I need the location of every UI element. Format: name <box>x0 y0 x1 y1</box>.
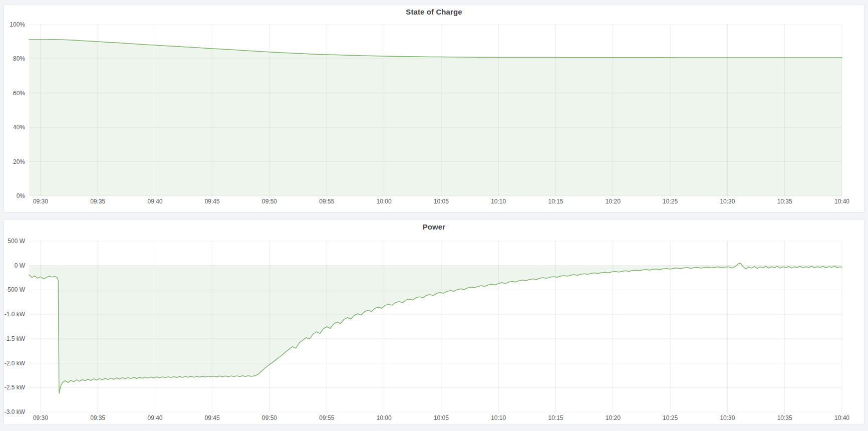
x-tick-label: 10:20 <box>606 414 621 421</box>
x-tick-label: 09:50 <box>262 198 277 205</box>
x-tick-label: 10:10 <box>491 414 506 421</box>
y-tick-label: 40% <box>13 124 25 131</box>
y-tick-label: 100% <box>10 21 25 28</box>
y-tick-label: 80% <box>13 55 25 62</box>
x-tick-label: 10:20 <box>606 198 621 205</box>
x-tick-label: 10:40 <box>834 198 849 205</box>
x-tick-label: 09:50 <box>262 414 277 421</box>
y-tick-label: 0% <box>17 192 26 199</box>
x-tick-label: 09:45 <box>205 198 220 205</box>
power-chart[interactable]: 500 W0 W-500 W-1.0 kW-1.5 kW-2.0 kW-2.5 … <box>4 233 861 424</box>
y-tick-label: -1.5 kW <box>5 335 26 342</box>
y-tick-label: -3.0 kW <box>5 408 26 415</box>
series-area <box>29 40 842 196</box>
x-tick-label: 10:05 <box>434 414 449 421</box>
x-tick-label: 09:40 <box>147 198 162 205</box>
x-tick-label: 09:35 <box>90 414 105 421</box>
x-tick-label: 10:35 <box>777 198 792 205</box>
y-tick-label: -500 W <box>6 286 25 293</box>
x-tick-label: 10:25 <box>663 198 678 205</box>
dashboard: State of Charge 100%80%60%40%20%0%09:300… <box>0 0 868 425</box>
series-area <box>29 263 842 393</box>
x-tick-label: 09:35 <box>90 198 105 205</box>
x-tick-label: 10:15 <box>548 414 563 421</box>
panel-state-of-charge: State of Charge 100%80%60%40%20%0%09:300… <box>4 4 864 212</box>
y-tick-label: 0 W <box>15 262 26 269</box>
x-tick-label: 10:00 <box>377 414 392 421</box>
x-tick-label: 10:30 <box>720 414 735 421</box>
panel-title-power[interactable]: Power <box>4 220 864 233</box>
x-tick-label: 10:30 <box>720 198 735 205</box>
panel-power: Power 500 W0 W-500 W-1.0 kW-1.5 kW-2.0 k… <box>4 219 864 425</box>
y-tick-label: 500 W <box>8 238 25 245</box>
y-tick-label: -2.0 kW <box>5 360 26 367</box>
x-tick-label: 09:45 <box>205 414 220 421</box>
x-tick-label: 09:55 <box>319 198 334 205</box>
x-tick-label: 09:40 <box>147 414 162 421</box>
panel-title-state-of-charge[interactable]: State of Charge <box>4 5 864 18</box>
y-tick-label: 20% <box>13 158 25 165</box>
x-tick-label: 09:30 <box>33 414 48 421</box>
x-tick-label: 10:00 <box>377 198 392 205</box>
y-tick-label: 60% <box>13 90 25 97</box>
state-of-charge-chart[interactable]: 100%80%60%40%20%0%09:3009:3509:4009:4509… <box>4 18 861 208</box>
x-tick-label: 10:35 <box>777 414 792 421</box>
x-tick-label: 09:30 <box>33 198 48 205</box>
x-tick-label: 10:15 <box>548 198 563 205</box>
x-tick-label: 10:40 <box>834 414 849 421</box>
y-tick-label: -2.5 kW <box>5 384 26 391</box>
x-tick-label: 10:05 <box>434 198 449 205</box>
x-tick-label: 10:10 <box>491 198 506 205</box>
y-tick-label: -1.0 kW <box>5 311 26 318</box>
x-tick-label: 09:55 <box>319 414 334 421</box>
x-tick-label: 10:25 <box>663 414 678 421</box>
